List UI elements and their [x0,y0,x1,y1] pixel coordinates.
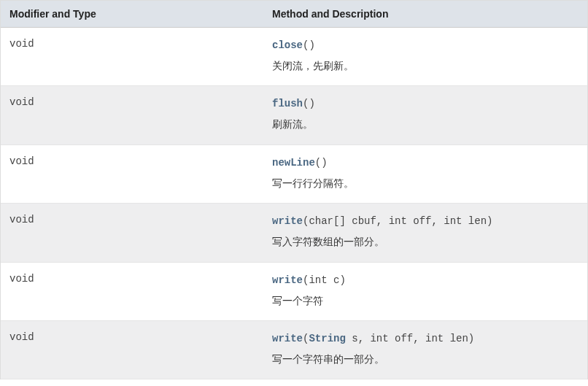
method-cell: flush() 刷新流。 [263,86,587,144]
table-row: void write(int c) 写一个字符 [1,262,587,320]
method-link-write-int[interactable]: write [272,274,303,286]
method-link-newline[interactable]: newLine [272,157,315,169]
method-description: 写一个字符串的一部分。 [272,351,579,367]
modifier-cell: void [1,144,263,203]
method-params-post: ) [309,98,314,109]
method-description: 关闭流，先刷新。 [272,58,579,74]
method-link-write-chararray[interactable]: write [272,215,303,227]
method-params-post: ) [309,39,314,51]
method-signature: flush() [272,96,579,112]
method-cell: write(int c) 写一个字符 [263,262,587,320]
method-params-post: s, int off, int len) [346,333,474,344]
method-description: 写入字符数组的一部分。 [272,233,579,250]
table-row: void write(String s, int off, int len) 写… [1,320,587,379]
method-cell: close() 关闭流，先刷新。 [263,28,587,86]
method-params: (int c) [303,274,346,286]
method-params: ( [315,157,321,169]
method-description: 刷新流。 [272,116,579,132]
table-row: void close() 关闭流，先刷新。 [1,28,587,86]
table-row: void newLine() 写一行行分隔符。 [1,144,587,203]
modifier-cell: void [1,204,263,262]
method-link-write-string[interactable]: write [272,333,303,344]
method-signature: write(char[] cbuf, int off, int len) [272,214,579,229]
header-method-description: Method and Description [263,1,587,28]
modifier-cell: void [1,320,263,379]
table-row: void flush() 刷新流。 [1,86,587,144]
method-signature: write(int c) [272,273,579,288]
method-params: (char[] cbuf, int off, int len) [303,215,492,227]
method-signature: newLine() [272,155,579,171]
method-cell: write(char[] cbuf, int off, int len) 写入字… [263,204,587,262]
type-link-string[interactable]: String [309,333,345,344]
header-modifier-type: Modifier and Type [1,1,263,28]
method-params-post: ) [321,157,327,169]
table-header-row: Modifier and Type Method and Description [1,1,587,28]
modifier-cell: void [1,86,263,144]
method-signature: write(String s, int off, int len) [272,331,579,347]
method-cell: write(String s, int off, int len) 写一个字符串… [263,320,587,379]
method-signature: close() [272,38,579,53]
method-description: 写一行行分隔符。 [272,175,579,191]
method-link-flush[interactable]: flush [272,98,303,109]
method-link-close[interactable]: close [272,39,303,51]
method-description: 写一个字符 [272,293,579,309]
table-row: void write(char[] cbuf, int off, int len… [1,204,587,262]
modifier-cell: void [1,28,263,86]
method-cell: newLine() 写一行行分隔符。 [263,144,587,203]
modifier-cell: void [1,262,263,320]
method-summary-table-container: Modifier and Type Method and Description… [0,0,588,379]
method-summary-table: Modifier and Type Method and Description… [1,1,587,379]
